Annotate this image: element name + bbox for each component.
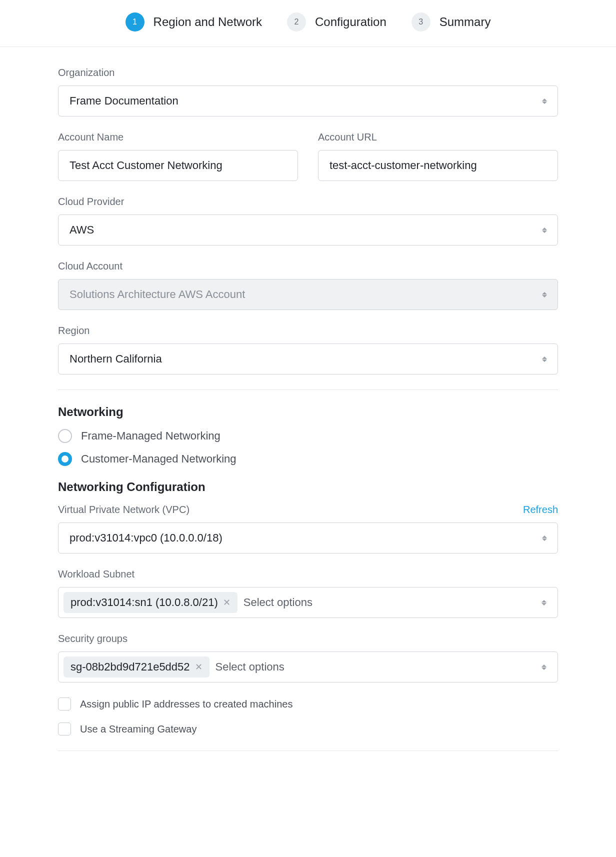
checkbox-assign-public-ip[interactable]: Assign public IP addresses to created ma… bbox=[58, 698, 558, 710]
divider bbox=[58, 750, 558, 751]
vpc-label: Virtual Private Network (VPC) bbox=[58, 504, 190, 516]
radio-label: Customer-Managed Networking bbox=[81, 452, 236, 466]
checkbox-icon bbox=[58, 722, 71, 736]
divider bbox=[58, 390, 558, 390]
security-groups-label: Security groups bbox=[58, 633, 558, 644]
close-icon[interactable]: ✕ bbox=[223, 598, 230, 607]
step-label: Summary bbox=[440, 15, 491, 29]
workload-subnet-select[interactable]: prod:v31014:sn1 (10.0.8.0/21) ✕ Select o… bbox=[58, 587, 558, 618]
radio-icon bbox=[58, 429, 72, 443]
organization-select[interactable] bbox=[58, 86, 558, 116]
account-name-label: Account Name bbox=[58, 132, 298, 143]
cloud-provider-label: Cloud Provider bbox=[58, 196, 558, 208]
radio-icon bbox=[58, 452, 72, 466]
organization-label: Organization bbox=[58, 67, 558, 78]
checkbox-streaming-gateway[interactable]: Use a Streaming Gateway bbox=[58, 722, 558, 736]
stepper: 1 Region and Network 2 Configuration 3 S… bbox=[0, 0, 616, 47]
chevron-updown-icon bbox=[542, 598, 548, 608]
vpc-select[interactable] bbox=[58, 522, 558, 554]
close-icon[interactable]: ✕ bbox=[195, 662, 202, 672]
chip-label: prod:v31014:sn1 (10.0.8.0/21) bbox=[70, 596, 218, 609]
networking-config-title: Networking Configuration bbox=[58, 480, 558, 494]
step-badge-3: 3 bbox=[412, 12, 430, 32]
account-url-label: Account URL bbox=[318, 132, 558, 143]
checkbox-label: Use a Streaming Gateway bbox=[80, 724, 196, 735]
chip-label: sg-08b2bd9d721e5dd52 bbox=[70, 660, 190, 674]
region-label: Region bbox=[58, 325, 558, 336]
chevron-updown-icon bbox=[542, 662, 548, 672]
cloud-account-label: Cloud Account bbox=[58, 260, 558, 272]
region-select[interactable] bbox=[58, 344, 558, 374]
workload-subnet-label: Workload Subnet bbox=[58, 568, 558, 580]
networking-title: Networking bbox=[58, 405, 558, 419]
step-configuration[interactable]: 2 Configuration bbox=[287, 12, 386, 32]
cloud-provider-select[interactable] bbox=[58, 214, 558, 246]
multiselect-placeholder: Select options bbox=[244, 596, 312, 609]
checkbox-icon bbox=[58, 698, 71, 710]
multiselect-placeholder: Select options bbox=[216, 660, 284, 674]
checkbox-label: Assign public IP addresses to created ma… bbox=[80, 698, 292, 710]
radio-customer-managed[interactable]: Customer-Managed Networking bbox=[58, 452, 558, 466]
step-region-network[interactable]: 1 Region and Network bbox=[126, 12, 262, 32]
account-name-input[interactable] bbox=[58, 150, 298, 181]
chip-subnet: prod:v31014:sn1 (10.0.8.0/21) ✕ bbox=[64, 592, 238, 613]
security-groups-select[interactable]: sg-08b2bd9d721e5dd52 ✕ Select options bbox=[58, 652, 558, 682]
step-label: Configuration bbox=[315, 15, 386, 29]
chip-security-group: sg-08b2bd9d721e5dd52 ✕ bbox=[64, 656, 210, 678]
refresh-link[interactable]: Refresh bbox=[523, 504, 558, 516]
radio-frame-managed[interactable]: Frame-Managed Networking bbox=[58, 429, 558, 443]
account-url-input[interactable] bbox=[318, 150, 558, 181]
step-badge-1: 1 bbox=[126, 12, 144, 32]
step-summary[interactable]: 3 Summary bbox=[412, 12, 491, 32]
step-badge-2: 2 bbox=[287, 12, 306, 32]
step-label: Region and Network bbox=[154, 15, 262, 29]
radio-label: Frame-Managed Networking bbox=[81, 430, 220, 442]
cloud-account-select[interactable] bbox=[58, 279, 558, 310]
